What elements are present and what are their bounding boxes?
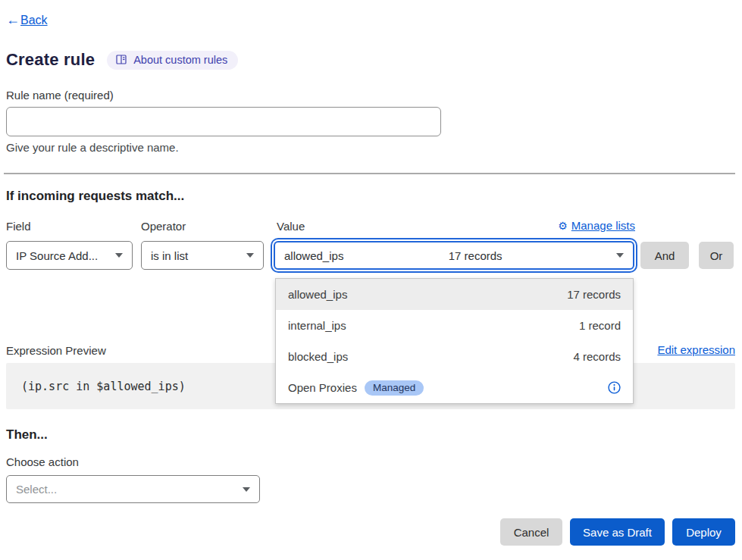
operator-select-value: is in list [151, 249, 188, 262]
action-select[interactable]: Select... [6, 475, 260, 503]
cancel-button[interactable]: Cancel [500, 518, 562, 546]
or-button[interactable]: Or [699, 242, 734, 269]
value-select[interactable]: allowed_ips 17 records [274, 241, 634, 270]
about-custom-rules-label: About custom rules [133, 54, 227, 66]
operator-label: Operator [141, 220, 186, 233]
back-link[interactable]: ←Back [6, 12, 48, 28]
dropdown-item-blocked-ips[interactable]: blocked_ips 4 records [276, 341, 633, 372]
create-rule-page: ←Back Create rule About custom rules Rul… [0, 0, 742, 560]
info-icon[interactable] [608, 381, 621, 394]
value-label: Value [277, 220, 305, 233]
page-title: Create rule [6, 50, 95, 70]
list-name: allowed_ips [288, 288, 347, 301]
book-icon [116, 55, 127, 65]
gear-icon: ⚙ [558, 220, 568, 232]
value-dropdown-panel: allowed_ips 17 records internal_ips 1 re… [275, 278, 634, 404]
rule-name-helper-text: Give your rule a descriptive name. [6, 141, 179, 154]
dropdown-item-allowed-ips[interactable]: allowed_ips 17 records [276, 279, 633, 310]
value-select-record-count: 17 records [449, 249, 502, 262]
managed-badge: Managed [365, 380, 424, 396]
deploy-button[interactable]: Deploy [672, 518, 735, 546]
dropdown-item-open-proxies[interactable]: Open Proxies Managed [276, 372, 633, 403]
save-as-draft-button[interactable]: Save as Draft [570, 518, 665, 546]
list-name: blocked_ips [288, 350, 348, 363]
rule-name-label: Rule name (required) [6, 89, 114, 102]
expression-code: (ip.src in $allowed_ips) [21, 380, 186, 393]
rule-name-input[interactable] [6, 107, 441, 136]
edit-expression-link[interactable]: Edit expression [657, 343, 735, 356]
back-arrow-icon: ← [6, 12, 20, 28]
field-select-value: IP Source Add... [16, 249, 98, 262]
list-name: internal_ips [288, 319, 346, 332]
chevron-down-icon [115, 253, 123, 258]
list-record-count: 4 records [573, 350, 621, 363]
section-divider [4, 173, 735, 174]
field-label: Field [6, 220, 31, 233]
manage-lists-link[interactable]: ⚙ Manage lists [558, 219, 635, 232]
about-custom-rules-link[interactable]: About custom rules [107, 51, 238, 70]
title-row: Create rule About custom rules [6, 50, 238, 70]
choose-action-label: Choose action [6, 455, 79, 468]
list-record-count: 17 records [567, 288, 621, 301]
manage-lists-label: Manage lists [571, 219, 635, 232]
chevron-down-icon [246, 253, 254, 258]
dropdown-item-internal-ips[interactable]: internal_ips 1 record [276, 310, 633, 341]
list-name: Open Proxies [288, 381, 357, 394]
chevron-down-icon [616, 253, 624, 258]
value-select-value: allowed_ips [284, 249, 343, 262]
chevron-down-icon [243, 487, 250, 492]
operator-select[interactable]: is in list [141, 241, 264, 270]
then-section-heading: Then... [6, 427, 48, 443]
back-link-label: Back [20, 14, 48, 27]
match-section-heading: If incoming requests match... [6, 189, 184, 204]
field-select[interactable]: IP Source Add... [6, 241, 133, 270]
action-select-placeholder: Select... [16, 483, 57, 496]
list-record-count: 1 record [579, 319, 621, 332]
and-button[interactable]: And [640, 242, 689, 269]
expression-preview-label: Expression Preview [6, 344, 106, 357]
